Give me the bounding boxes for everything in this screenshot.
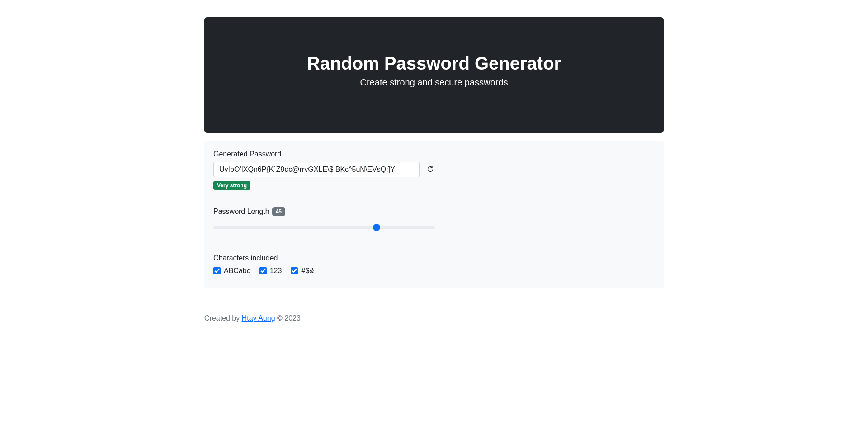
footer: Created by Htay Aung © 2023	[204, 314, 664, 341]
generated-password-input[interactable]	[213, 162, 420, 177]
checkbox-symbols-label[interactable]: #$&	[301, 267, 314, 275]
page-title: Random Password Generator	[213, 53, 655, 74]
checkbox-letters-label[interactable]: ABCabc	[224, 267, 250, 275]
header: Random Password Generator Create strong …	[204, 17, 664, 133]
footer-prefix: Created by	[204, 314, 242, 322]
password-length-label: Password Length	[213, 208, 269, 216]
checkbox-numbers[interactable]	[259, 267, 267, 274]
divider	[204, 305, 664, 305]
footer-suffix: © 2023	[275, 314, 301, 322]
characters-label: Characters included	[213, 254, 655, 262]
generator-card: Generated Password Very strong Password …	[204, 141, 664, 288]
password-length-value: 45	[272, 207, 285, 216]
checkbox-symbols[interactable]	[291, 267, 298, 274]
strength-badge: Very strong	[213, 181, 250, 190]
generated-password-label: Generated Password	[213, 150, 655, 158]
checkbox-numbers-label[interactable]: 123	[270, 267, 282, 275]
refresh-button[interactable]	[425, 164, 436, 176]
checkbox-letters[interactable]	[213, 267, 221, 274]
password-length-section: Password Length 45	[213, 207, 655, 231]
footer-author-link[interactable]: Htay Aung	[242, 314, 275, 322]
password-length-slider[interactable]	[213, 226, 435, 229]
characters-section: Characters included ABCabc 123 #$&	[213, 254, 655, 275]
checkbox-item-symbols: #$&	[291, 267, 314, 275]
refresh-icon	[427, 166, 434, 174]
checkbox-item-letters: ABCabc	[213, 267, 250, 275]
checkbox-item-numbers: 123	[259, 267, 282, 275]
page-subtitle: Create strong and secure passwords	[213, 77, 655, 88]
generated-password-section: Generated Password Very strong	[213, 150, 655, 190]
